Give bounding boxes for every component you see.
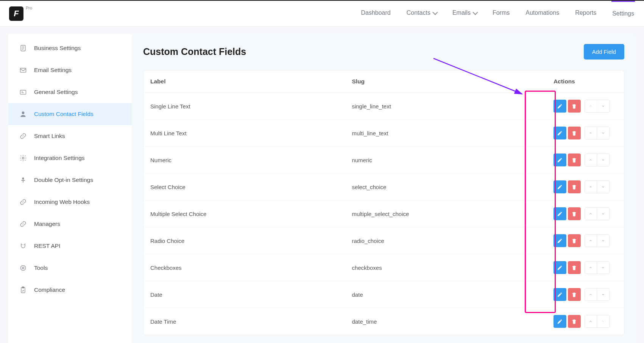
sidebar-item-general-settings[interactable]: General Settings <box>8 81 132 103</box>
cell-slug: single_line_text <box>345 93 546 120</box>
move-down-button[interactable] <box>597 208 609 220</box>
topnav-item-emails[interactable]: Emails <box>452 1 477 26</box>
logo[interactable]: F Pro <box>9 6 32 21</box>
cell-slug: numeric <box>345 147 546 174</box>
cell-slug: select_choice <box>345 174 546 200</box>
move-down-button[interactable] <box>597 235 609 247</box>
topnav-item-contacts[interactable]: Contacts <box>406 1 437 26</box>
edit-button[interactable] <box>554 234 566 247</box>
move-up-button[interactable] <box>585 208 597 220</box>
edit-button[interactable] <box>554 315 566 328</box>
delete-button[interactable] <box>568 180 581 193</box>
move-up-button[interactable] <box>585 235 597 247</box>
sidebar-item-integration-settings[interactable]: Integration Settings <box>8 147 132 169</box>
cell-slug: date_time <box>345 308 546 335</box>
move-up-button[interactable] <box>585 288 597 301</box>
move-up-button[interactable] <box>585 181 597 193</box>
table-row: Single Line Textsingle_line_text <box>143 93 624 120</box>
edit-button[interactable] <box>554 180 566 193</box>
svg-point-9 <box>22 157 24 159</box>
topnav-item-forms[interactable]: Forms <box>492 1 510 26</box>
mail-icon <box>19 66 27 74</box>
clipboard-icon <box>19 286 27 294</box>
move-up-button[interactable] <box>585 315 597 327</box>
svg-rect-11 <box>23 179 23 182</box>
topnav-item-automations[interactable]: Automations <box>525 1 560 26</box>
cell-slug: date <box>345 281 546 308</box>
move-down-button[interactable] <box>597 262 609 274</box>
sidebar-item-label: Double Opt-in Settings <box>34 177 93 183</box>
sidebar-item-label: Business Settings <box>34 45 81 52</box>
cell-actions <box>547 308 624 335</box>
topnav-item-settings[interactable]: Settings <box>611 1 635 26</box>
delete-button[interactable] <box>568 315 581 328</box>
sidebar-item-email-settings[interactable]: Email Settings <box>8 59 132 81</box>
cell-actions <box>547 281 624 308</box>
link-icon <box>19 198 27 206</box>
card-icon <box>19 88 27 96</box>
sidebar-item-label: Integration Settings <box>34 155 85 161</box>
delete-button[interactable] <box>568 127 581 139</box>
move-up-button <box>585 100 597 112</box>
sidebar-item-double-opt-in-settings[interactable]: Double Opt-in Settings <box>8 169 132 191</box>
topnav-label: Settings <box>612 10 634 17</box>
sidebar-item-smart-links[interactable]: Smart Links <box>8 125 132 147</box>
edit-button[interactable] <box>554 207 566 220</box>
cell-label: Date Time <box>143 308 345 335</box>
move-down-button[interactable] <box>597 154 609 166</box>
cell-label: Numeric <box>143 147 345 174</box>
cell-actions <box>547 120 624 147</box>
user-icon <box>19 110 27 118</box>
svg-point-16 <box>22 267 24 269</box>
sidebar-item-incoming-web-hooks[interactable]: Incoming Web Hooks <box>8 191 132 213</box>
table-row: Numericnumeric <box>143 147 624 174</box>
table-row: Select Choiceselect_choice <box>143 174 624 200</box>
sidebar-item-custom-contact-fields[interactable]: Custom Contact Fields <box>8 103 132 125</box>
topnav-item-reports[interactable]: Reports <box>574 1 597 26</box>
sidebar-item-rest-api[interactable]: REST API <box>8 235 132 257</box>
sidebar-item-managers[interactable]: Managers <box>8 213 132 235</box>
move-up-button[interactable] <box>585 127 597 139</box>
move-down-button[interactable] <box>597 100 609 112</box>
topnav-item-dashboard[interactable]: Dashboard <box>360 1 391 26</box>
edit-button[interactable] <box>554 288 566 301</box>
circle-icon <box>19 264 27 272</box>
delete-button[interactable] <box>568 153 581 166</box>
cell-label: Multiple Select Choice <box>143 200 345 227</box>
svg-rect-12 <box>21 180 25 181</box>
doc-icon <box>19 44 27 52</box>
edit-button[interactable] <box>554 153 566 166</box>
sidebar-item-tools[interactable]: Tools <box>8 257 132 279</box>
main-content: Custom Contact Fields Add Field Label Sl… <box>132 34 636 343</box>
add-field-button[interactable]: Add Field <box>584 44 624 60</box>
svg-rect-18 <box>22 287 24 288</box>
move-up-button[interactable] <box>585 262 597 274</box>
delete-button[interactable] <box>568 288 581 301</box>
delete-button[interactable] <box>568 234 581 247</box>
move-up-button[interactable] <box>585 154 597 166</box>
move-down-button[interactable] <box>597 127 609 139</box>
edit-button[interactable] <box>554 261 566 274</box>
edit-button[interactable] <box>554 127 566 139</box>
sidebar-item-label: REST API <box>34 243 61 249</box>
delete-button[interactable] <box>568 207 581 220</box>
cell-label: Radio Choice <box>143 227 345 254</box>
person-icon <box>19 176 27 184</box>
sidebar-item-compliance[interactable]: Compliance <box>8 279 132 301</box>
move-down-button[interactable] <box>597 181 609 193</box>
move-down-button[interactable] <box>597 288 609 301</box>
edit-button[interactable] <box>554 100 566 113</box>
sidebar-item-label: Tools <box>34 265 48 271</box>
cell-slug: checkboxes <box>345 254 546 281</box>
table-row: Date Timedate_time <box>143 308 624 335</box>
cell-actions <box>547 200 624 227</box>
svg-rect-4 <box>20 68 26 72</box>
delete-button[interactable] <box>568 261 581 274</box>
sidebar-item-business-settings[interactable]: Business Settings <box>8 37 132 59</box>
sidebar-item-label: Incoming Web Hooks <box>34 199 90 205</box>
table-row: Multiple Select Choicemultiple_select_ch… <box>143 200 624 227</box>
cell-slug: radio_choice <box>345 227 546 254</box>
chevron-down-icon <box>472 10 478 15</box>
cell-actions <box>547 174 624 200</box>
delete-button[interactable] <box>568 100 581 113</box>
